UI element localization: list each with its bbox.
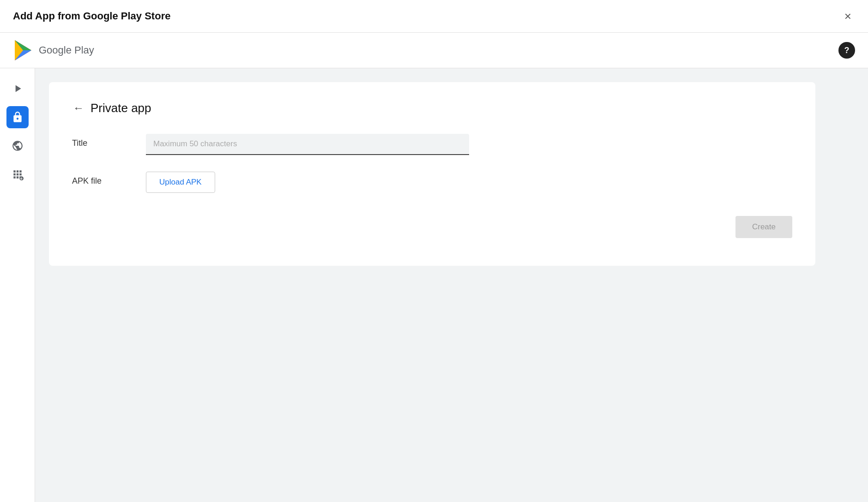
google-play-text: Google Play: [39, 44, 94, 56]
dialog-title: Add App from Google Play Store: [13, 10, 170, 22]
google-play-logo: Google Play: [13, 40, 94, 60]
upload-apk-button[interactable]: Upload APK: [146, 172, 215, 193]
title-row: Title: [72, 134, 792, 155]
title-label: Title: [72, 134, 146, 148]
sidebar: [0, 68, 35, 502]
title-input-wrapper: [146, 134, 469, 155]
main-layout: ← Private app Title APK file Upload APK: [0, 68, 868, 502]
page-title: Private app: [90, 101, 151, 115]
form-card: ← Private app Title APK file Upload APK: [49, 82, 815, 266]
sidebar-item-globe[interactable]: [6, 135, 29, 157]
apps-icon: [12, 168, 24, 180]
google-play-bar: Google Play ?: [0, 33, 868, 68]
dialog-wrapper: Add App from Google Play Store × Google …: [0, 0, 868, 502]
lock-icon: [12, 111, 24, 123]
apk-row: APK file Upload APK: [72, 172, 792, 193]
title-input[interactable]: [146, 134, 469, 155]
form-actions: Create: [72, 216, 792, 238]
back-button[interactable]: ←: [72, 101, 85, 115]
content-area: ← Private app Title APK file Upload APK: [35, 68, 868, 502]
sidebar-item-lock[interactable]: [6, 106, 29, 128]
dialog-header: Add App from Google Play Store ×: [0, 0, 868, 33]
page-nav: ← Private app: [72, 101, 792, 115]
sidebar-item-play[interactable]: [6, 78, 29, 100]
apk-control: Upload APK: [146, 172, 469, 193]
globe-icon: [12, 140, 24, 152]
google-play-icon: [13, 40, 33, 60]
sidebar-item-apps[interactable]: [6, 163, 29, 185]
create-button[interactable]: Create: [735, 216, 792, 238]
apk-label: APK file: [72, 172, 146, 186]
close-button[interactable]: ×: [841, 8, 855, 24]
help-button[interactable]: ?: [838, 42, 855, 59]
play-icon: [12, 83, 24, 95]
